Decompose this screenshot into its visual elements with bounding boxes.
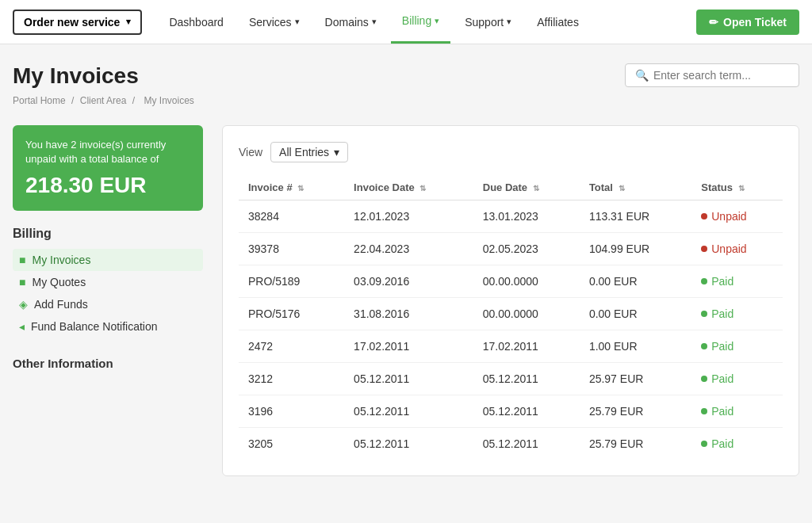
due-date: 05.12.2011 [473,395,580,428]
status-cell: Unpaid [691,200,783,233]
invoice-date: 12.01.2023 [344,200,473,233]
table-row: 320505.12.201105.12.201125.79 EURPaid [239,428,783,460]
search-input[interactable] [653,69,789,82]
sort-icon: ⇅ [736,184,745,193]
status-dot-icon [701,246,707,252]
col-header-total[interactable]: Total ⇅ [580,175,691,200]
status-dot-icon [701,343,707,349]
table-row: 3937822.04.202302.05.2023104.99 EURUnpai… [239,233,783,265]
nav-item-support[interactable]: Support▾ [454,2,523,43]
sidebar-item-fund-balance-notification[interactable]: ◂Fund Balance Notification [13,315,203,338]
col-header-status[interactable]: Status ⇅ [691,175,783,200]
col-header-invoice-num[interactable]: Invoice # ⇅ [239,175,344,200]
balance-amount: 218.30 EUR [25,173,190,198]
invoice-number: PRO/5189 [239,265,344,298]
status-cell: Paid [691,265,783,298]
total: 0.00 EUR [580,265,691,298]
due-date: 05.12.2011 [473,363,580,395]
sidebar-item-add-funds[interactable]: ◈Add Funds [13,293,203,315]
sidebar-item-label: Add Funds [34,298,88,311]
nav-item-billing[interactable]: Billing▾ [391,0,450,44]
ticket-icon: ✏ [709,16,718,29]
other-information-title: Other Information [13,357,203,370]
sidebar-item-label: My Quotes [32,276,86,288]
status-badge: Paid [711,307,733,320]
status-dot-icon [701,376,707,382]
invoice-date: 05.12.2011 [344,363,473,395]
status-cell: Unpaid [691,233,783,265]
nav-item-services[interactable]: Services▾ [238,2,311,43]
search-icon: 🔍 [635,69,649,82]
sort-icon: ⇅ [616,184,625,193]
order-new-service-button[interactable]: Order new service ▾ [13,10,142,35]
status-dot-icon [701,408,707,414]
status-badge: Paid [711,372,733,385]
open-ticket-button[interactable]: ✏ Open Ticket [696,10,799,35]
nav-item-domains[interactable]: Domains▾ [314,2,388,43]
sidebar-item-icon: ■ [19,276,25,288]
status-cell: Paid [691,298,783,330]
breadcrumb-client-area[interactable]: Client Area [80,95,127,106]
view-option-label: All Entries [279,146,329,158]
view-select-chevron-icon: ▾ [334,146,339,158]
invoice-date: 05.12.2011 [344,395,473,428]
status-cell: Paid [691,330,783,363]
status-dot-icon [701,441,707,447]
domains-chevron-icon: ▾ [372,17,377,27]
order-btn-label: Order new service [24,16,120,29]
sidebar-item-icon: ◈ [19,298,28,311]
total: 25.79 EUR [580,395,691,428]
status-dot-icon [701,278,707,284]
status-badge: Paid [711,275,733,288]
total: 25.97 EUR [580,363,691,395]
due-date: 05.12.2011 [473,428,580,460]
invoice-date: 31.08.2016 [344,298,473,330]
due-date: 00.00.0000 [473,298,580,330]
sidebar-item-icon: ■ [19,254,25,266]
table-row: 247217.02.201117.02.20111.00 EURPaid [239,330,783,363]
invoice-date: 22.04.2023 [344,233,473,265]
invoice-number: 38284 [239,200,344,233]
col-header-due-date[interactable]: Due Date ⇅ [473,175,580,200]
search-box: 🔍 [625,63,799,87]
status-cell: Paid [691,395,783,428]
nav-item-affiliates[interactable]: Affiliates [526,2,590,43]
page-header: My Invoices 🔍 [13,63,799,89]
invoice-table: Invoice # ⇅Invoice Date ⇅Due Date ⇅Total… [239,175,783,460]
sidebar-item-label: My Invoices [32,254,90,266]
support-chevron-icon: ▾ [507,17,511,27]
invoice-number: 39378 [239,233,344,265]
total: 0.00 EUR [580,298,691,330]
status-badge: Unpaid [711,242,746,255]
breadcrumb-portal-home[interactable]: Portal Home [13,95,66,106]
total: 104.99 EUR [580,233,691,265]
balance-message: You have 2 invoice(s) currently unpaid w… [25,138,190,166]
invoice-date: 17.02.2011 [344,330,473,363]
view-bar: View All Entries ▾ [239,142,783,162]
status-badge: Paid [711,340,733,353]
sort-icon: ⇅ [530,184,539,193]
view-select-dropdown[interactable]: All Entries ▾ [270,142,348,162]
invoice-number: 3205 [239,428,344,460]
sidebar: You have 2 invoice(s) currently unpaid w… [13,125,203,370]
table-row: PRO/518903.09.201600.00.00000.00 EURPaid [239,265,783,298]
order-btn-chevron-icon: ▾ [126,17,131,27]
main-area: View All Entries ▾ Invoice # ⇅Invoice Da… [222,125,799,476]
total: 113.31 EUR [580,200,691,233]
status-badge: Unpaid [711,210,746,223]
status-dot-icon [701,213,707,220]
table-body: 3828412.01.202313.01.2023113.31 EURUnpai… [239,200,783,460]
status-badge: Paid [711,437,733,450]
nav-item-dashboard[interactable]: Dashboard [158,2,235,43]
sort-icon: ⇅ [418,184,427,193]
status-cell: Paid [691,428,783,460]
status-cell: Paid [691,363,783,395]
sidebar-item-my-quotes[interactable]: ■My Quotes [13,271,203,293]
table-row: 321205.12.201105.12.201125.97 EURPaid [239,363,783,395]
col-header-invoice-date[interactable]: Invoice Date ⇅ [344,175,473,200]
status-dot-icon [701,311,707,317]
services-chevron-icon: ▾ [295,17,300,27]
sidebar-item-icon: ◂ [19,320,25,333]
sidebar-item-my-invoices[interactable]: ■My Invoices [13,249,203,271]
invoice-date: 03.09.2016 [344,265,473,298]
